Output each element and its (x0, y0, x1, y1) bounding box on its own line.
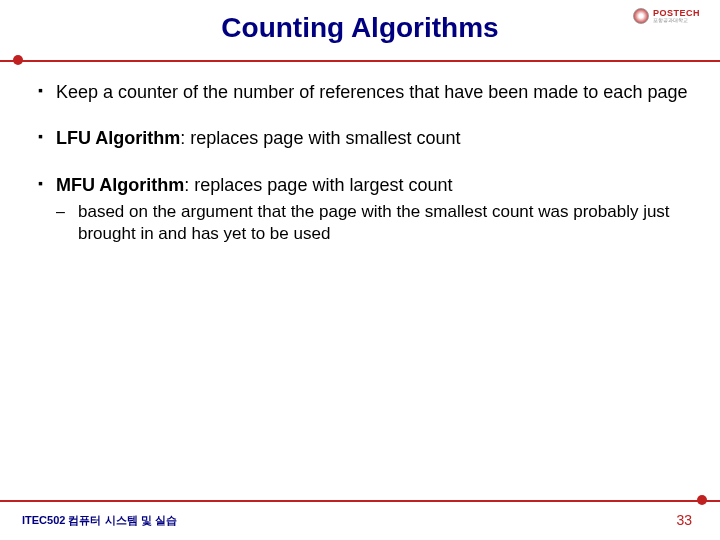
bullet-text: LFU Algorithm: replaces page with smalle… (56, 126, 460, 150)
divider-dot-icon (697, 495, 707, 505)
top-divider (0, 58, 720, 62)
divider-dot-icon (13, 55, 23, 65)
logo-text: POSTECH 포항공과대학교 (653, 9, 700, 23)
bullet-item: ▪ LFU Algorithm: replaces page with smal… (38, 126, 690, 150)
bullet-item-group: ▪ MFU Algorithm: replaces page with larg… (38, 173, 690, 245)
bullet-item: ▪ MFU Algorithm: replaces page with larg… (38, 173, 690, 197)
bullet-text: Keep a counter of the number of referenc… (56, 80, 687, 104)
page-number: 33 (676, 512, 692, 528)
sub-bullet-text: based on the argument that the page with… (78, 201, 690, 245)
bullet-marker-icon: ▪ (38, 126, 56, 150)
sub-bullet-item: – based on the argument that the page wi… (56, 201, 690, 245)
university-logo: POSTECH 포항공과대학교 (633, 8, 700, 24)
page-title: Counting Algorithms (221, 12, 498, 44)
slide-header: Counting Algorithms POSTECH 포항공과대학교 (0, 0, 720, 52)
bullet-item: ▪ Keep a counter of the number of refere… (38, 80, 690, 104)
bullet-marker-icon: ▪ (38, 80, 56, 104)
bottom-divider (0, 498, 720, 502)
logo-emblem-icon (633, 8, 649, 24)
sub-bullet-marker: – (56, 201, 78, 245)
footer-course-code: ITEC502 컴퓨터 시스템 및 실습 (22, 513, 177, 528)
slide-content: ▪ Keep a counter of the number of refere… (0, 80, 720, 245)
bullet-marker-icon: ▪ (38, 173, 56, 197)
logo-sub: 포항공과대학교 (653, 18, 700, 23)
bullet-text: MFU Algorithm: replaces page with larges… (56, 173, 452, 197)
